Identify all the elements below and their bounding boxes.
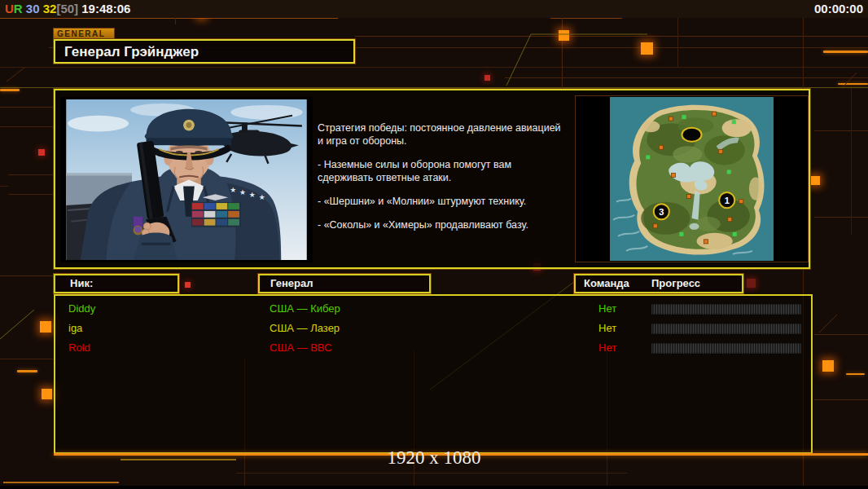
header-nick: Ник: [54,274,179,293]
player-nick: iga [68,319,82,337]
player-progress-bar [651,343,801,354]
strategy-text: Стратегия победы: постоянное давление ав… [318,121,568,242]
general-portrait: ★★★★ [60,97,313,262]
strategy-paragraph: - «Шершни» и «Молнии» штурмуют технику. [318,195,568,208]
player-nick: Rold [68,339,90,357]
player-team: Нет [598,300,616,318]
svg-text:★: ★ [259,193,265,201]
general-name: Генерал Грэйнджер [64,44,199,59]
player-row: DiddyСША — КиберНет [55,300,811,318]
status-bracket: [50] [56,2,78,15]
bottom-black-strip [0,486,868,489]
header-nick-label: Ник: [55,277,93,289]
version-letter-u: U [5,2,14,15]
general-name-box: Генерал Грэйнджер [54,39,355,64]
purple-heart-medal [133,217,142,236]
player-team: Нет [598,319,616,337]
status-number-1: 30 [26,2,40,15]
player-general: США — Лазер [270,319,340,337]
header-general-label: Генерал [260,277,313,289]
player-nick: Diddy [68,300,95,318]
map-start-3-label: 3 [659,207,664,217]
header-team-progress: Команда Прогресс [574,274,743,293]
resolution-text: 1920 x 1080 [0,447,868,469]
circuit-diagonal-line [0,310,34,339]
circuit-diagonal-line [843,73,857,87]
svg-text:★: ★ [230,186,236,194]
circuit-diagonal-line [506,34,531,86]
player-general: США — Кибер [270,300,340,318]
player-general: США — ВВС [270,339,332,357]
header-general: Генерал [258,274,431,293]
map-start-1-label: 1 [725,196,730,205]
svg-text:★: ★ [249,191,256,199]
strategy-paragraph: - «Соколы» и «Химеры» продавливают базу. [318,218,568,231]
player-progress-bar [651,324,801,334]
header-team-label: Команда [584,275,629,292]
player-progress-bar [651,304,801,315]
players-panel: DiddyСША — КиберНетigaСША — ЛазерНетRold… [54,294,813,454]
match-timer: 00:00:00 [814,0,863,18]
circuit-diagonal-line [819,315,837,333]
player-row: igaСША — ЛазерНет [55,319,811,337]
strategy-paragraph: Стратегия победы: постоянное давление ав… [318,121,568,148]
strategy-paragraph: - Наземные силы и оборона помогут вам сд… [318,158,568,184]
player-row: RoldСША — ВВСНет [55,339,811,357]
general-portrait-image: ★★★★ [66,99,307,260]
circuit-diagonal-line [7,68,24,82]
game-lobby-screen: UR 30 32[50] 19:48:06 00:00:00 GENERAL Г… [0,0,868,489]
player-team: Нет [598,339,616,357]
general-tab: GENERAL [53,28,115,39]
service-ribbons [191,202,241,227]
svg-text:★: ★ [239,188,246,196]
map-image: 1 3 [610,97,774,261]
top-status-bar: UR 30 32[50] 19:48:06 00:00:00 [0,0,868,18]
clock: 19:48:06 [81,2,130,15]
header-progress-label: Прогресс [651,275,700,292]
version-letter-r: R [14,2,23,15]
map-start-empty [682,128,701,142]
status-number-2: 32 [43,2,57,15]
general-info-panel: ★★★★ [54,89,810,269]
map-preview: 1 3 [575,95,809,262]
gentool-status: UR 30 32[50] 19:48:06 [5,0,130,18]
